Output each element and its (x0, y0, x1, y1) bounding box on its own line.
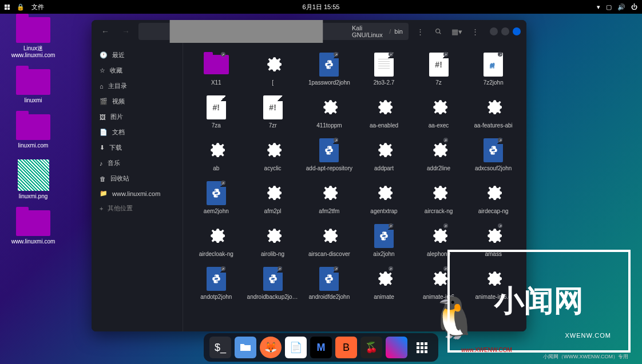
file-item[interactable]: ab (190, 135, 243, 174)
dock-burpsuite[interactable]: B (335, 337, 357, 358)
image-icon: 🖼 (100, 114, 106, 121)
sidebar-item-home[interactable]: ⌂主目录 (92, 78, 183, 94)
clock-icon: 🕐 (100, 51, 108, 59)
tray-icon[interactable]: ▾ (597, 3, 600, 11)
file-item[interactable]: acyclic (245, 135, 301, 174)
desktop-item[interactable]: Linux迷 www.linuxmi.com (5, 17, 62, 59)
path-current[interactable]: bin (394, 28, 403, 35)
file-item[interactable]: ↗add-apt-repository (303, 135, 356, 174)
desktop-item[interactable]: www.linuxmi.com (5, 210, 62, 245)
file-icon (315, 181, 343, 206)
power-icon[interactable]: ⏻ (631, 3, 637, 10)
display-icon[interactable]: ▢ (606, 3, 612, 11)
file-item[interactable]: agentxtrap (358, 178, 410, 217)
volume-icon[interactable]: 🔊 (617, 3, 625, 11)
folder-icon (16, 114, 50, 140)
path-root[interactable]: Kali GNU/Linux (352, 25, 386, 38)
file-item[interactable]: ↗7z2john (467, 50, 520, 88)
file-icon: ↗ (479, 52, 507, 77)
activities-button[interactable] (5, 5, 10, 10)
sidebar-item-video[interactable]: 🎬视频 (92, 94, 183, 109)
file-item[interactable]: ↗aem2john (190, 178, 243, 217)
sidebar-item-plus[interactable]: +其他位置 (92, 201, 183, 216)
trash-icon: 🗑 (100, 175, 106, 182)
file-item[interactable]: ↗adxcsouf2john (467, 135, 520, 174)
dock-terminal[interactable]: $_ (209, 337, 231, 358)
minimize-button[interactable] (490, 27, 498, 35)
sidebar-item-doc[interactable]: 📄文档 (92, 125, 183, 140)
file-item[interactable]: #!7zr (245, 93, 301, 131)
file-item[interactable]: ↗aix2john (358, 221, 410, 259)
symlink-badge: ↗ (221, 52, 225, 57)
hamburger-button[interactable]: ⋮ (468, 25, 482, 38)
file-item[interactable]: airdecloak-ng (190, 221, 243, 259)
file-item[interactable]: afm2pl (245, 178, 301, 217)
file-label: 7z (435, 79, 442, 86)
file-item[interactable]: #!↗7z (413, 50, 465, 88)
file-item[interactable]: aa-exec (413, 93, 465, 131)
desktop-item[interactable]: linuxmi (5, 69, 62, 104)
sidebar-item-trash[interactable]: 🗑回收站 (92, 171, 183, 186)
dock-app[interactable] (386, 337, 407, 358)
qr-icon (18, 159, 49, 191)
sidebar-item-clock[interactable]: 🕐最近 (92, 47, 183, 63)
back-button[interactable]: ← (97, 23, 113, 39)
sidebar-item-music[interactable]: ♪音乐 (92, 155, 183, 171)
sidebar-item-label: 图片 (110, 113, 123, 121)
file-icon: ↗ (370, 52, 398, 77)
close-button[interactable] (513, 27, 521, 35)
file-icon (479, 181, 507, 206)
file-item[interactable]: #!7za (190, 93, 243, 131)
file-item[interactable]: ↗addr2line (413, 135, 465, 174)
file-label: aix2john (373, 251, 394, 257)
dock-files[interactable] (235, 337, 256, 358)
watermark: 小闻网 www.XWENW.COM XWENW.COM 小闻网（WWW.XWEN… (447, 250, 631, 353)
sidebar-item-download[interactable]: ⬇下载 (92, 140, 183, 155)
dock-metasploit[interactable]: M (310, 337, 332, 358)
sidebar-item-star[interactable]: ☆收藏 (92, 63, 183, 78)
search-button[interactable] (431, 25, 445, 38)
dock-firefox[interactable]: 🦊 (260, 337, 282, 358)
file-item[interactable]: aa-features-abi (467, 93, 520, 131)
file-item[interactable]: ↗1password2john (303, 50, 356, 88)
files-menu[interactable]: 文件 (31, 3, 44, 11)
dock-apps-grid[interactable] (411, 337, 433, 358)
file-item[interactable]: ↗animate (358, 264, 410, 302)
file-item[interactable]: ↗andotp2john (190, 264, 243, 302)
file-item[interactable]: airolib-ng (245, 221, 301, 259)
pathbar[interactable]: Kali GNU/Linux / bin (138, 23, 409, 40)
file-item[interactable]: airscan-discover (303, 221, 356, 259)
sidebar-item-label: 下载 (109, 143, 122, 152)
file-item[interactable]: ↗2to3-2.7 (358, 50, 410, 88)
file-item[interactable]: [ (245, 50, 301, 88)
desktop-item-label: www.linuxmi.com (11, 238, 56, 245)
file-item[interactable]: airdecap-ng (467, 178, 520, 217)
file-item[interactable]: 411toppm (303, 93, 356, 131)
view-button[interactable]: ▦▾ (450, 25, 463, 38)
file-icon: ↗ (370, 223, 398, 249)
dock-cherrytree[interactable]: 🍒 (360, 337, 382, 358)
file-item[interactable]: addpart (358, 135, 410, 174)
forward-button[interactable]: → (118, 23, 134, 39)
file-label: adxcsouf2john (475, 165, 512, 171)
sidebar-item-image[interactable]: 🖼图片 (92, 109, 183, 125)
maximize-button[interactable] (501, 27, 509, 35)
symlink-badge: ↗ (389, 223, 393, 228)
symlink-badge: ↗ (278, 266, 282, 271)
sidebar-item-folder[interactable]: 📁www.linuxmi.com (92, 186, 183, 201)
path-menu-button[interactable]: ⋮ (413, 25, 427, 38)
desktop-item[interactable]: linuxmi.png (5, 159, 62, 200)
file-icon (259, 181, 287, 206)
dock-editor[interactable]: 📄 (285, 337, 307, 358)
file-item[interactable]: ↗X11 (190, 50, 243, 88)
file-item[interactable]: ↗androidfde2john (303, 264, 356, 302)
file-item[interactable]: aa-enabled (358, 93, 410, 131)
file-item[interactable]: aircrack-ng (413, 178, 465, 217)
file-label: airscan-discover (308, 251, 350, 257)
datetime[interactable]: 6月1日 15:55 (303, 3, 340, 11)
file-icon (425, 181, 453, 206)
file-item[interactable]: ↗androidbackup2john (245, 264, 301, 302)
desktop-item[interactable]: linuxmi.com (5, 114, 62, 149)
folder-icon (16, 210, 50, 236)
file-item[interactable]: afm2tfm (303, 178, 356, 217)
